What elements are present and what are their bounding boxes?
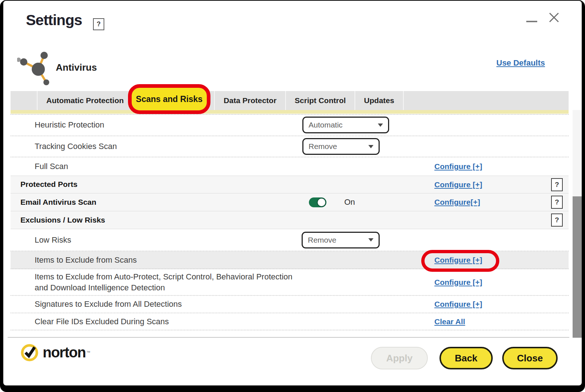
help-button[interactable]: ?: [551, 178, 563, 191]
minimize-icon: [526, 21, 537, 22]
norton-check-icon: [20, 342, 40, 362]
chevron-down-icon: [368, 238, 373, 242]
tab-script-control[interactable]: Script Control: [285, 91, 355, 110]
row-label: Protected Ports: [11, 179, 77, 189]
help-button[interactable]: ?: [551, 196, 563, 209]
heuristic-protection-dropdown[interactable]: Automatic: [302, 117, 389, 133]
close-icon: [549, 12, 559, 23]
settings-help-icon[interactable]: ?: [93, 18, 104, 30]
apply-button[interactable]: Apply: [371, 347, 428, 369]
row-label: Signatures to Exclude from All Detection…: [11, 299, 182, 310]
trademark-mark: ™: [86, 345, 90, 360]
minimize-button[interactable]: [526, 13, 538, 22]
row-exclusions-low-risks: Exclusions / Low Risks ?: [11, 211, 569, 229]
close-button[interactable]: Close: [502, 347, 558, 369]
row-label: Items to Exclude from Auto-Protect, Scri…: [11, 271, 305, 293]
norton-logo: norton ™: [20, 342, 90, 362]
screenshot-border: Settings ? Antivirus Use De: [0, 0, 585, 392]
signatures-exclude-configure-link[interactable]: Configure [+]: [434, 300, 482, 309]
row-low-risks: Low Risks Remove: [11, 229, 569, 251]
tab-bar-underline: [11, 110, 569, 114]
email-antivirus-configure-link[interactable]: Configure[+]: [434, 198, 480, 207]
footer-divider: [8, 337, 569, 338]
section-title: Antivirus: [56, 62, 97, 73]
tab-bar-filler: [403, 91, 569, 110]
row-protected-ports: Protected Ports Configure [+] ?: [11, 176, 569, 193]
row-label: Items to Exclude from Scans: [11, 255, 137, 266]
low-risks-dropdown[interactable]: Remove: [302, 232, 380, 248]
scrollbar-thumb[interactable]: [573, 196, 582, 338]
row-label: Exclusions / Low Risks: [11, 215, 105, 225]
chevron-down-icon: [368, 145, 373, 148]
toggle-knob: [317, 198, 326, 207]
row-heuristic-protection: Heuristic Protection Automatic: [11, 114, 569, 136]
dropdown-value: Remove: [309, 142, 365, 151]
protected-ports-configure-link[interactable]: Configure [+]: [434, 180, 482, 189]
row-label: Full Scan: [11, 161, 68, 172]
row-items-exclude-autoprotect: Items to Exclude from Auto-Protect, Scri…: [11, 269, 569, 296]
norton-settings-window: Settings ? Antivirus Use De: [3, 1, 582, 385]
items-exclude-scans-configure-link[interactable]: Configure [+]: [434, 256, 482, 264]
row-tracking-cookies-scan: Tracking Cookies Scan Remove: [11, 136, 569, 157]
row-label: Heuristic Protection: [11, 119, 104, 130]
row-signatures-exclude: Signatures to Exclude from All Detection…: [11, 296, 569, 313]
tab-bar-spacer: [11, 91, 37, 110]
row-label: Email Antivirus Scan: [11, 197, 96, 207]
tab-updates[interactable]: Updates: [355, 91, 403, 110]
use-defaults-link[interactable]: Use Defaults: [496, 58, 545, 68]
dropdown-value: Remove: [308, 236, 365, 244]
back-button[interactable]: Back: [439, 347, 493, 369]
chevron-down-icon: [378, 124, 383, 127]
dropdown-value: Automatic: [309, 121, 374, 129]
page-title: Settings: [26, 12, 82, 29]
window-close-button[interactable]: [547, 10, 561, 25]
tab-scans-and-risks-highlighted[interactable]: Scans and Risks: [128, 84, 210, 114]
settings-rows: Heuristic Protection Automatic Tracking …: [11, 114, 569, 330]
brand-name: norton: [43, 344, 86, 361]
help-button[interactable]: ?: [551, 213, 563, 227]
row-items-exclude-scans: Items to Exclude from Scans Configure [+…: [11, 251, 569, 269]
tab-data-protector[interactable]: Data Protector: [214, 91, 285, 110]
toggle-state-label: On: [344, 197, 355, 207]
row-email-antivirus-scan: Email Antivirus Scan On Configure[+] ?: [11, 193, 569, 211]
items-exclude-autoprotect-configure-link[interactable]: Configure [+]: [434, 278, 482, 287]
row-clear-file-ids: Clear File IDs Excluded During Scans Cle…: [11, 313, 569, 330]
full-scan-configure-link[interactable]: Configure [+]: [434, 162, 482, 171]
row-full-scan: Full Scan Configure [+]: [11, 157, 569, 176]
tracking-cookies-dropdown[interactable]: Remove: [302, 138, 380, 155]
tab-automatic-protection[interactable]: Automatic Protection: [37, 91, 132, 110]
row-label: Clear File IDs Excluded During Scans: [11, 316, 169, 327]
antivirus-molecule-icon: [17, 51, 54, 89]
email-antivirus-toggle[interactable]: [309, 197, 326, 207]
row-label: Low Risks: [11, 235, 71, 246]
tab-bar: Automatic Protection Data Protector Scri…: [11, 91, 569, 110]
clear-all-link[interactable]: Clear All: [434, 317, 465, 326]
row-label: Tracking Cookies Scan: [11, 141, 117, 152]
